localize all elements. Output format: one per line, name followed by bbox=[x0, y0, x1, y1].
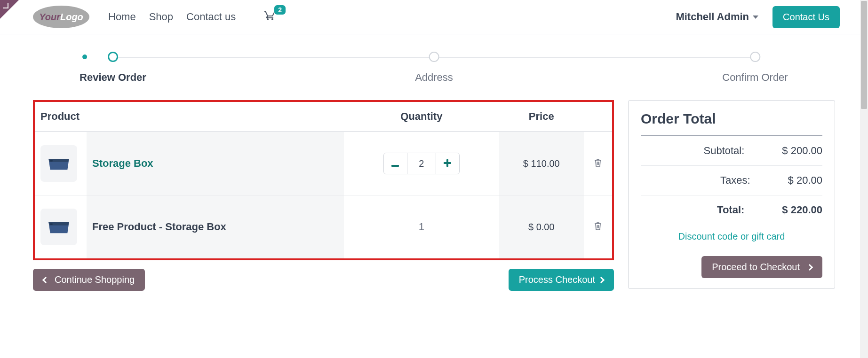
cart-count-badge: 2 bbox=[274, 5, 286, 15]
qty-decrease-button[interactable] bbox=[384, 153, 407, 174]
corner-fold-icon[interactable] bbox=[0, 0, 19, 19]
qty-static: 1 bbox=[419, 221, 424, 233]
nav-shop[interactable]: Shop bbox=[149, 11, 173, 23]
svg-rect-1 bbox=[391, 165, 399, 167]
total-row: Total: $ 220.00 bbox=[641, 195, 822, 225]
contact-us-button[interactable]: Contact Us bbox=[772, 6, 840, 28]
checkout-progress: Review Order Address Confirm Order bbox=[0, 34, 868, 62]
remove-item-button[interactable] bbox=[594, 222, 602, 233]
svg-rect-0 bbox=[50, 160, 53, 162]
discount-code-link[interactable]: Discount code or gift card bbox=[641, 231, 822, 242]
col-price: Price bbox=[499, 102, 584, 132]
subtotal-value: $ 200.00 bbox=[782, 145, 822, 157]
table-row: Storage Box bbox=[35, 132, 612, 195]
table-row: Free Product - Storage Box 1 $ 0.00 bbox=[35, 195, 612, 259]
proceed-to-checkout-button[interactable]: Proceed to Checkout bbox=[701, 256, 822, 278]
chevron-left-icon bbox=[42, 276, 49, 283]
total-value: $ 220.00 bbox=[782, 204, 822, 216]
cart-link[interactable]: 2 bbox=[264, 10, 276, 24]
qty-input[interactable] bbox=[407, 153, 436, 174]
remove-item-button[interactable] bbox=[594, 159, 602, 169]
cart-table-highlight: Product Quantity Price bbox=[33, 100, 614, 260]
product-name-link[interactable]: Storage Box bbox=[92, 157, 153, 169]
order-total-heading: Order Total bbox=[641, 111, 822, 136]
chevron-right-icon bbox=[806, 264, 813, 270]
scrollbar-thumb[interactable] bbox=[861, 1, 867, 109]
cart-table: Product Quantity Price bbox=[35, 102, 612, 258]
caret-down-icon bbox=[753, 16, 758, 19]
product-image[interactable] bbox=[40, 145, 77, 182]
svg-rect-3 bbox=[444, 162, 451, 164]
col-product: Product bbox=[35, 102, 344, 132]
step-review-order[interactable]: Review Order bbox=[80, 52, 146, 84]
product-image[interactable] bbox=[40, 209, 77, 245]
nav-contact-us[interactable]: Contact us bbox=[186, 11, 236, 23]
scrollbar[interactable] bbox=[860, 0, 868, 310]
chevron-right-icon bbox=[598, 276, 605, 283]
logo-text: YourLogo bbox=[39, 12, 83, 23]
site-header: YourLogo Home Shop Contact us 2 Mitchell… bbox=[0, 0, 868, 34]
user-menu[interactable]: Mitchell Admin bbox=[676, 11, 758, 23]
continue-shopping-button[interactable]: Continue Shopping bbox=[33, 269, 145, 291]
order-total-card: Order Total Subtotal: $ 200.00 Taxes: $ … bbox=[628, 100, 835, 289]
cart-icon: 2 bbox=[264, 10, 276, 24]
taxes-value: $ 20.00 bbox=[788, 174, 822, 187]
process-checkout-button[interactable]: Process Checkout bbox=[509, 269, 614, 291]
nav-home[interactable]: Home bbox=[108, 11, 136, 23]
qty-increase-button[interactable] bbox=[436, 153, 459, 174]
site-logo[interactable]: YourLogo bbox=[33, 6, 89, 28]
price-cell: $ 0.00 bbox=[499, 195, 584, 259]
step-address[interactable]: Address bbox=[415, 52, 453, 84]
user-name: Mitchell Admin bbox=[676, 11, 749, 23]
col-quantity: Quantity bbox=[344, 102, 499, 132]
subtotal-row: Subtotal: $ 200.00 bbox=[641, 136, 822, 166]
svg-rect-4 bbox=[50, 224, 53, 225]
price-cell: $ 110.00 bbox=[499, 132, 584, 195]
quantity-stepper bbox=[383, 153, 460, 174]
product-name: Free Product - Storage Box bbox=[92, 221, 226, 233]
step-confirm-order[interactable]: Confirm Order bbox=[722, 52, 788, 84]
main-nav: Home Shop Contact us bbox=[108, 11, 236, 23]
taxes-row: Taxes: $ 20.00 bbox=[641, 166, 822, 195]
